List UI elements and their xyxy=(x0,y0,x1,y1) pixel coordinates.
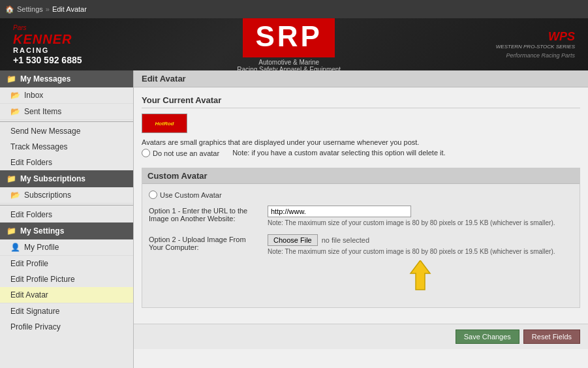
sidebar-item-edit-avatar[interactable]: Edit Avatar xyxy=(0,287,133,303)
choose-file-button[interactable]: Choose File xyxy=(268,234,318,246)
save-changes-button[interactable]: Save Changes xyxy=(456,330,519,344)
sent-icon: 📂 xyxy=(10,107,20,116)
banner-left: Pars KENNER RACING +1 530 592 6885 xyxy=(13,23,82,65)
main-content: Edit Avatar Your Current Avatar HotRod A… xyxy=(134,70,588,368)
use-custom-label[interactable]: Use Custom Avatar xyxy=(149,191,573,199)
upload-arrow-icon xyxy=(407,260,433,293)
breadcrumb: 🏠 Settings » Edit Avatar xyxy=(5,5,87,14)
sidebar-item-my-profile[interactable]: 👤 My Profile xyxy=(0,239,133,256)
banner-center: SRP Automotive & Marine Racing Safety Ap… xyxy=(237,18,341,70)
url-input[interactable] xyxy=(268,206,411,217)
my-settings-header: 📁 My Settings xyxy=(0,222,133,239)
current-avatar-area: Your Current Avatar HotRod Avatars are s… xyxy=(142,95,580,157)
banner-tagline2: Racing Safety Apparel & Equipment xyxy=(237,66,341,70)
sidebar-item-track[interactable]: Track Messages xyxy=(0,139,133,155)
do-not-use-label[interactable]: Do not use an avatar xyxy=(142,149,219,157)
sidebar: 📁 My Messages 📂 Inbox 📂 Sent Items Send … xyxy=(0,70,134,368)
use-custom-radio[interactable] xyxy=(149,191,157,199)
settings-folder-icon: 📁 xyxy=(7,226,16,236)
section-my-settings: 📁 My Settings 👤 My Profile Edit Profile … xyxy=(0,222,133,335)
banner: Pars KENNER RACING +1 530 592 6885 SRP A… xyxy=(0,18,588,70)
option1-label: Option 1 - Enter the URL to the Image on… xyxy=(149,206,260,222)
avatar-image-box: HotRod xyxy=(142,114,187,133)
option1-note: Note: The maximum size of your custom im… xyxy=(268,219,573,226)
sidebar-item-edit-profile-picture[interactable]: Edit Profile Picture xyxy=(0,271,133,287)
divider1 xyxy=(0,121,133,122)
main-layout: 📁 My Messages 📂 Inbox 📂 Sent Items Send … xyxy=(0,70,588,368)
sidebar-item-edit-folders[interactable]: Edit Folders xyxy=(0,155,133,170)
section-my-messages: 📁 My Messages 📂 Inbox 📂 Sent Items Send … xyxy=(0,70,133,170)
sidebar-item-edit-signature[interactable]: Edit Signature xyxy=(0,303,133,319)
action-bar: Save Changes Reset Fields xyxy=(134,324,588,349)
sidebar-item-subscriptions[interactable]: 📂 Subscriptions xyxy=(0,187,133,204)
sidebar-item-profile-privacy[interactable]: Profile Privacy xyxy=(0,319,133,335)
divider2 xyxy=(0,205,133,206)
option1-control: Note: The maximum size of your custom im… xyxy=(268,206,573,226)
custom-avatar-section: Custom Avatar Use Custom Avatar Option 1… xyxy=(142,168,580,308)
inbox-icon: 📂 xyxy=(10,91,20,100)
arrow-indicator xyxy=(268,260,573,293)
sidebar-item-sent[interactable]: 📂 Sent Items xyxy=(0,104,133,120)
breadcrumb-settings[interactable]: Settings xyxy=(17,5,43,13)
option2-control: Choose File no file selected Note: The m… xyxy=(268,234,573,293)
banner-tagline1: Automotive & Marine xyxy=(237,59,341,66)
use-custom-row: Use Custom Avatar xyxy=(149,191,573,199)
custom-avatar-header: Custom Avatar xyxy=(142,168,580,184)
top-bar: 🏠 Settings » Edit Avatar xyxy=(0,0,588,18)
sidebar-item-inbox[interactable]: 📂 Inbox xyxy=(0,87,133,104)
avatar-description: Avatars are small graphics that are disp… xyxy=(142,138,580,146)
avatar-options: Do not use an avatar Note: if you have a… xyxy=(142,149,580,157)
file-upload-area: Choose File no file selected xyxy=(268,234,573,246)
svg-marker-0 xyxy=(410,260,430,290)
my-subscriptions-header: 📁 My Subscriptions xyxy=(0,170,133,187)
sidebar-item-send-new[interactable]: Send New Message xyxy=(0,123,133,139)
reset-fields-button[interactable]: Reset Fields xyxy=(523,330,580,344)
section-my-subscriptions: 📁 My Subscriptions 📂 Subscriptions Edit … xyxy=(0,170,133,222)
avatar-note: Note: if you have a custom avatar select… xyxy=(232,149,446,157)
subscriptions-folder-icon: 📁 xyxy=(7,174,16,183)
do-not-use-radio[interactable] xyxy=(142,149,150,157)
option2-note: Note: The maximum size of your custom im… xyxy=(268,248,573,255)
messages-folder-icon: 📁 xyxy=(7,74,16,84)
profile-icon: 👤 xyxy=(10,243,20,252)
sidebar-item-edit-profile[interactable]: Edit Profile xyxy=(0,256,133,271)
no-file-text: no file selected xyxy=(322,236,369,244)
home-icon: 🏠 xyxy=(5,5,14,14)
sub-folder-icon: 📂 xyxy=(10,191,20,200)
banner-phone: +1 530 592 6885 xyxy=(13,55,82,65)
option1-row: Option 1 - Enter the URL to the Image on… xyxy=(149,206,573,226)
my-messages-header: 📁 My Messages xyxy=(0,70,133,87)
option2-row: Option 2 - Upload Image From Your Comput… xyxy=(149,234,573,293)
current-avatar-title: Your Current Avatar xyxy=(142,95,580,108)
content-body: Your Current Avatar HotRod Avatars are s… xyxy=(134,87,588,324)
sidebar-item-edit-folders2[interactable]: Edit Folders xyxy=(0,207,133,222)
content-header: Edit Avatar xyxy=(134,70,588,87)
option2-label: Option 2 - Upload Image From Your Comput… xyxy=(149,234,260,251)
breadcrumb-current: Edit Avatar xyxy=(52,5,87,13)
banner-right: WPS WESTERN PRO-STOCK SERIES Performance… xyxy=(496,30,575,59)
separator: » xyxy=(46,5,50,13)
